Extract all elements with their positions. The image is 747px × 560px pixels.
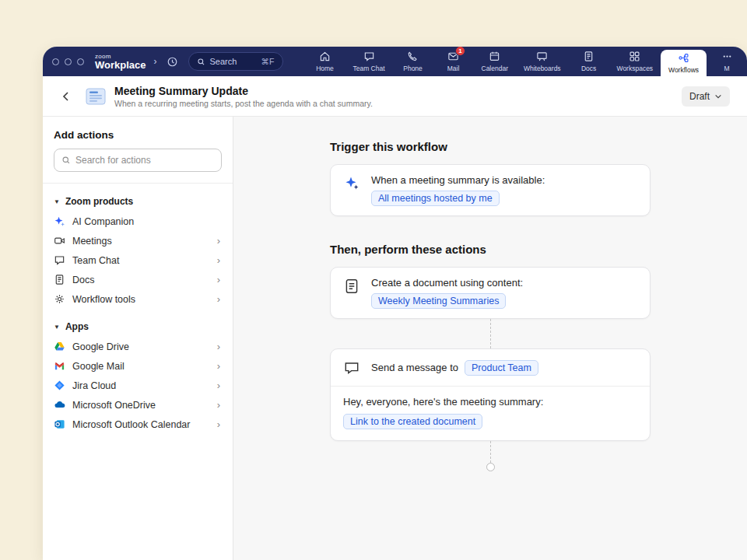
meeting-summary-icon bbox=[85, 86, 107, 107]
nav-item-calendar[interactable]: Calendar bbox=[474, 47, 516, 76]
more-icon bbox=[721, 51, 733, 62]
actions-search-input[interactable] bbox=[75, 155, 214, 166]
nav-item-team-chat[interactable]: Team Chat bbox=[345, 47, 393, 76]
chevron-right-icon: › bbox=[217, 360, 222, 372]
chevron-right-icon: › bbox=[217, 235, 222, 247]
history-icon[interactable] bbox=[165, 54, 181, 69]
sidebar-item-docs[interactable]: Docs › bbox=[54, 270, 222, 289]
nav-item-more-partial[interactable]: M bbox=[707, 47, 747, 76]
gear-icon bbox=[54, 293, 65, 305]
message-body-text: Hey, everyone, here's the meeting summar… bbox=[343, 396, 637, 408]
sidebar-item-microsoft-onedrive[interactable]: Microsoft OneDrive › bbox=[54, 395, 222, 415]
triangle-down-icon: ▼ bbox=[54, 324, 60, 331]
trigger-scope-tag[interactable]: All meetings hosted by me bbox=[371, 191, 500, 206]
ai-sparkle-icon bbox=[343, 175, 360, 192]
jira-icon bbox=[54, 380, 65, 391]
sidebar-item-team-chat[interactable]: Team Chat › bbox=[54, 250, 222, 270]
sidebar-item-microsoft-outlook-calendar[interactable]: Microsoft Outlook Calendar › bbox=[54, 415, 222, 434]
workflow-header: Meeting Summary Update When a recurring … bbox=[43, 76, 747, 117]
nav-item-docs[interactable]: Docs bbox=[569, 47, 609, 76]
search-icon bbox=[197, 58, 205, 66]
section-zoom-products[interactable]: ▼ Zoom products bbox=[54, 196, 222, 207]
workflows-icon bbox=[678, 52, 689, 64]
meetings-icon bbox=[54, 235, 65, 247]
draft-status-label: Draft bbox=[689, 91, 710, 102]
zoom-workplace-logo: zoom Workplace bbox=[95, 54, 146, 70]
window-maximize-button[interactable] bbox=[77, 58, 84, 65]
search-shortcut: ⌘F bbox=[261, 57, 275, 66]
workflow-end-node bbox=[486, 463, 495, 471]
navbar-tabs: Home Team Chat Phone 1 Mail bbox=[305, 47, 747, 76]
nav-item-workspaces[interactable]: Workspaces bbox=[609, 47, 661, 76]
ai-companion-icon bbox=[54, 215, 65, 227]
chevron-down-icon bbox=[714, 93, 722, 100]
actions-heading: Then, perform these actions bbox=[330, 243, 651, 256]
send-message-text: Send a message to bbox=[371, 362, 458, 373]
chevron-right-icon: › bbox=[217, 341, 222, 352]
trigger-card[interactable]: When a meeting summary is available: All… bbox=[330, 164, 651, 216]
triangle-down-icon: ▼ bbox=[54, 198, 60, 205]
window-close-button[interactable] bbox=[52, 58, 59, 65]
logo-workplace-text: Workplace bbox=[95, 60, 146, 70]
sidebar-item-ai-companion[interactable]: AI Companion bbox=[54, 212, 222, 231]
search-label: Search bbox=[210, 57, 237, 66]
sidebar-item-workflow-tools[interactable]: Workflow tools › bbox=[54, 289, 222, 309]
calendar-icon bbox=[489, 51, 500, 62]
window-controls bbox=[52, 58, 84, 65]
mail-unread-badge: 1 bbox=[455, 47, 465, 56]
message-recipient-tag[interactable]: Product Team bbox=[465, 360, 538, 376]
connector-dashed bbox=[490, 441, 491, 463]
phone-icon bbox=[407, 51, 419, 62]
top-navbar: zoom Workplace › Search ⌘F bbox=[43, 47, 747, 76]
global-search[interactable]: Search ⌘F bbox=[188, 52, 283, 71]
sidebar-item-google-drive[interactable]: Google Drive › bbox=[54, 337, 222, 356]
nav-item-mail[interactable]: 1 Mail bbox=[433, 47, 474, 76]
sidebar-item-google-mail[interactable]: Google Mail › bbox=[54, 356, 222, 376]
section-apps[interactable]: ▼ Apps bbox=[54, 321, 222, 332]
sidebar-item-meetings[interactable]: Meetings › bbox=[54, 231, 222, 250]
chevron-right-icon: › bbox=[217, 399, 222, 411]
draft-status-dropdown[interactable]: Draft bbox=[682, 86, 730, 107]
desktop-background: zoom Workplace › Search ⌘F bbox=[0, 0, 747, 560]
trigger-heading: Trigger this workflow bbox=[330, 140, 651, 153]
workspaces-icon bbox=[629, 51, 640, 62]
team-chat-icon bbox=[54, 254, 65, 266]
chevron-right-icon: › bbox=[217, 293, 222, 305]
sidebar-title: Add actions bbox=[54, 129, 222, 141]
sidebar-item-jira-cloud[interactable]: Jira Cloud › bbox=[54, 376, 222, 395]
nav-item-workflows[interactable]: Workflows bbox=[661, 50, 707, 76]
nav-item-phone[interactable]: Phone bbox=[393, 47, 433, 76]
home-icon bbox=[319, 51, 331, 62]
onedrive-icon bbox=[54, 399, 65, 411]
chevron-left-icon bbox=[60, 90, 72, 103]
send-message-card[interactable]: Send a message to Product Team Hey, ever… bbox=[330, 348, 651, 441]
whiteboard-icon bbox=[536, 51, 548, 62]
chat-bubble-icon bbox=[343, 359, 360, 376]
document-icon bbox=[343, 278, 360, 295]
trigger-text: When a meeting summary is available: bbox=[371, 174, 545, 186]
chevron-right-icon[interactable]: › bbox=[154, 56, 157, 67]
document-content-tag[interactable]: Weekly Meeting Summaries bbox=[371, 293, 506, 309]
back-button[interactable] bbox=[57, 87, 75, 106]
message-link-tag[interactable]: Link to the created document bbox=[343, 414, 482, 429]
nav-item-whiteboards[interactable]: Whiteboards bbox=[516, 47, 569, 76]
workflow-canvas: Trigger this workflow When a meeting sum… bbox=[233, 117, 747, 560]
workflow-title: Meeting Summary Update bbox=[114, 85, 373, 97]
chevron-right-icon: › bbox=[217, 274, 222, 285]
search-icon bbox=[61, 156, 71, 165]
nav-item-home[interactable]: Home bbox=[305, 47, 345, 76]
chevron-right-icon: › bbox=[217, 380, 222, 391]
actions-search[interactable] bbox=[54, 149, 222, 172]
docs-icon bbox=[583, 51, 594, 62]
connector-dashed bbox=[490, 319, 491, 348]
chevron-right-icon: › bbox=[217, 254, 222, 266]
workflow-subtitle: When a recurring meeting starts, post th… bbox=[114, 99, 373, 108]
window-minimize-button[interactable] bbox=[65, 58, 72, 65]
google-mail-icon bbox=[54, 360, 65, 372]
team-chat-icon bbox=[363, 51, 375, 62]
google-drive-icon bbox=[54, 341, 65, 352]
actions-sidebar: Add actions ▼ Zoom products AI Companion bbox=[43, 117, 233, 560]
create-document-text: Create a document using content: bbox=[371, 277, 523, 289]
outlook-calendar-icon bbox=[54, 418, 65, 430]
create-document-card[interactable]: Create a document using content: Weekly … bbox=[330, 267, 651, 319]
